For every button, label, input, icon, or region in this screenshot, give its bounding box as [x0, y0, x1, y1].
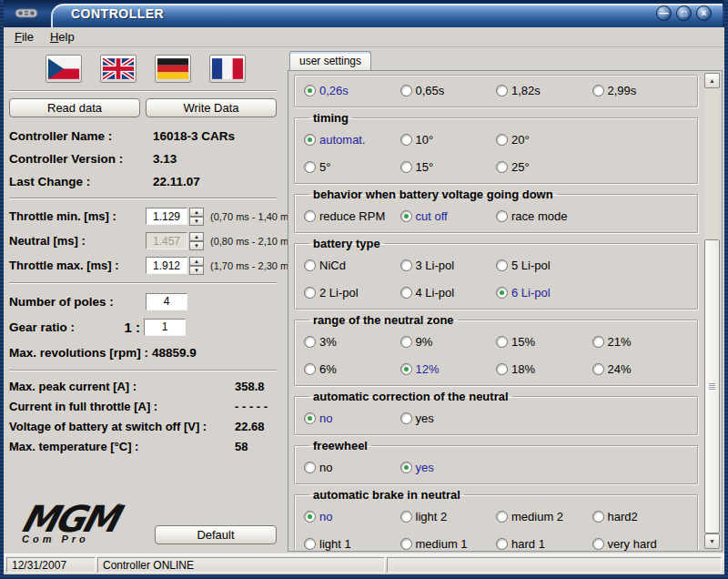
radio-option-12[interactable]: 12%	[400, 362, 497, 376]
radio-option-medium-1[interactable]: medium 1	[400, 537, 497, 551]
radio-option-20[interactable]: 20°	[496, 133, 592, 147]
french-flag-button[interactable]	[209, 55, 246, 83]
radio-button-icon	[400, 412, 412, 424]
radio-option-automat[interactable]: automat.	[304, 133, 400, 147]
group-title: behavior when battery voltage going down	[309, 188, 557, 201]
radio-button-icon	[496, 336, 508, 348]
radio-option-label: no	[319, 411, 332, 425]
radio-option-6-li-pol[interactable]: 6 Li-pol	[496, 286, 592, 300]
radio-option-5-li-pol[interactable]: 5 Li-pol	[496, 259, 592, 272]
telemetry-value: - - - - -	[235, 400, 268, 413]
radio-option-18[interactable]: 18%	[496, 362, 592, 376]
scrollbar-track[interactable]	[704, 88, 720, 533]
group-title: freewheel	[309, 439, 371, 452]
radio-button-icon	[400, 336, 412, 348]
write-data-button[interactable]: Write Data	[146, 98, 277, 117]
spin-down-button[interactable]: ▼	[189, 217, 204, 226]
scroll-down-button[interactable]: ▼	[704, 533, 720, 549]
radio-option-21[interactable]: 21%	[592, 335, 689, 349]
scrollbar-thumb[interactable]	[704, 239, 720, 533]
radio-option-0-65s[interactable]: 0,65s	[400, 84, 497, 97]
default-button[interactable]: Default	[155, 525, 277, 544]
radio-option-25[interactable]: 25°	[496, 160, 592, 174]
poles-input[interactable]	[146, 293, 187, 310]
radio-option-label: 12%	[416, 362, 440, 376]
radio-option-no[interactable]: no	[304, 411, 400, 425]
value-spinner: ▲▼	[189, 257, 204, 275]
radio-option-no[interactable]: no	[304, 510, 400, 523]
radio-option-race-mode[interactable]: race mode	[496, 209, 592, 223]
radio-button-icon	[400, 210, 412, 222]
radio-button-icon	[496, 259, 508, 271]
radio-button-icon	[304, 134, 316, 146]
radio-option-reduce-rpm[interactable]: reduce RPM	[304, 209, 400, 223]
radio-option-very-hard[interactable]: very hard	[592, 537, 689, 551]
menu-item-file[interactable]: File	[15, 30, 34, 44]
title-bar[interactable]: CONTROLLER — □ ×	[4, 0, 724, 27]
radio-button-icon	[304, 259, 316, 271]
close-button[interactable]: ×	[696, 5, 712, 21]
group-range-of-the-neutral-zone: range of the neutral zone3%9%15%21%6%12%…	[294, 313, 698, 386]
throttle-value-input[interactable]	[146, 208, 187, 225]
status-date: 12/31/2007	[6, 557, 96, 573]
radio-option-9[interactable]: 9%	[400, 335, 497, 349]
radio-option-hard2[interactable]: hard2	[592, 510, 689, 523]
scroll-up-button[interactable]: ▲	[704, 73, 720, 88]
radio-option-medium-2[interactable]: medium 2	[496, 510, 592, 523]
menu-item-help[interactable]: Help	[50, 30, 75, 44]
tab-user-settings[interactable]: user settings	[289, 51, 371, 70]
radio-option-6[interactable]: 6%	[304, 362, 400, 376]
radio-option-3-li-pol[interactable]: 3 Li-pol	[400, 259, 497, 272]
german-flag-icon	[157, 57, 188, 80]
radio-option-light-1[interactable]: light 1	[304, 537, 400, 551]
read-data-button[interactable]: Read data	[9, 98, 140, 117]
radio-option-2-99s[interactable]: 2,99s	[592, 84, 689, 97]
throttle-value-input[interactable]	[146, 257, 187, 274]
group-timing: timingautomat.10°20°5°15°25°	[294, 111, 698, 184]
spin-down-button[interactable]: ▼	[189, 241, 204, 250]
radio-option-yes[interactable]: yes	[400, 411, 497, 425]
radio-option-label: 9%	[416, 335, 433, 349]
radio-button-icon	[400, 259, 412, 271]
radio-option-0-26s[interactable]: 0,26s	[304, 84, 400, 97]
spin-up-button[interactable]: ▲	[189, 208, 204, 217]
radio-option-15[interactable]: 15%	[496, 335, 592, 349]
radio-option-hard-1[interactable]: hard 1	[496, 537, 592, 551]
radio-option-label: yes	[416, 411, 434, 425]
radio-option-4-li-pol[interactable]: 4 Li-pol	[400, 286, 497, 300]
radio-button-icon	[592, 336, 604, 348]
vertical-scrollbar[interactable]: ▲ ▼	[704, 73, 720, 549]
radio-option-nicd[interactable]: NiCd	[304, 259, 400, 272]
radio-option-2-li-pol[interactable]: 2 Li-pol	[304, 286, 400, 300]
czech-flag-button[interactable]	[46, 55, 82, 83]
radio-option-label: 24%	[608, 362, 632, 376]
maximize-button[interactable]: □	[676, 5, 692, 21]
gear-ratio-prefix: 1 :	[120, 320, 144, 335]
radio-option-label: 0,65s	[416, 84, 445, 97]
radio-option-5[interactable]: 5°	[304, 160, 400, 174]
german-flag-button[interactable]	[155, 55, 191, 83]
radio-option-label: light 1	[319, 537, 351, 551]
throttle-row: Throttle min. [ms] :▲▼(0,70 ms - 1,40 ms…	[9, 204, 277, 229]
uk-flag-button[interactable]	[100, 55, 136, 83]
radio-option-3[interactable]: 3%	[304, 335, 400, 349]
radio-option-15[interactable]: 15°	[400, 160, 497, 174]
radio-option-10[interactable]: 10°	[400, 133, 497, 147]
divider	[9, 370, 277, 371]
radio-option-yes[interactable]: yes	[400, 461, 497, 474]
spin-up-button[interactable]: ▲	[189, 257, 204, 266]
gear-ratio-input[interactable]	[144, 319, 186, 336]
radio-option-no[interactable]: no	[304, 461, 400, 474]
minimize-button[interactable]: —	[656, 5, 672, 21]
status-controller-state: Controller ONLINE	[97, 557, 385, 573]
radio-row: 0,26s0,65s1,82s2,99s	[304, 76, 688, 104]
radio-option-cut-off[interactable]: cut off	[400, 209, 497, 223]
radio-option-label: medium 2	[511, 510, 563, 523]
gear-ratio-label: Gear ratio :	[9, 320, 120, 334]
radio-button-icon	[496, 538, 508, 550]
radio-option-light-2[interactable]: light 2	[400, 510, 497, 523]
spin-up-button[interactable]: ▲	[189, 232, 204, 241]
spin-down-button[interactable]: ▼	[189, 266, 204, 275]
radio-option-1-82s[interactable]: 1,82s	[496, 84, 592, 97]
radio-option-24[interactable]: 24%	[592, 362, 689, 376]
